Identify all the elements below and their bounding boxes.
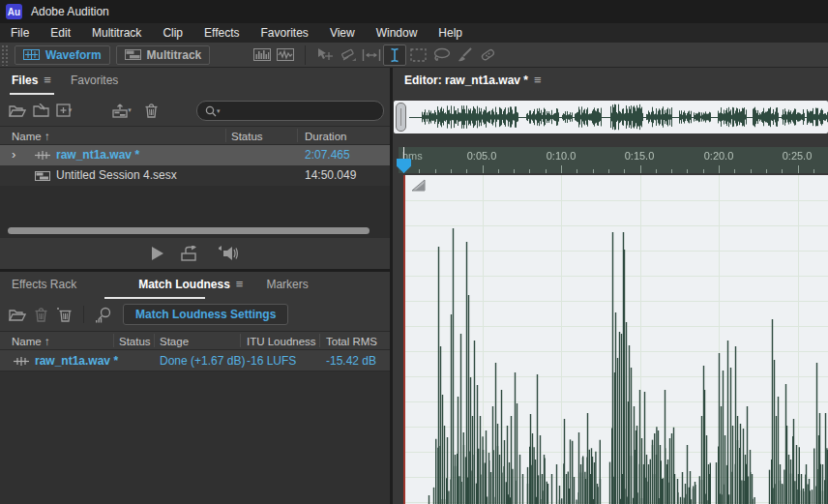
expand-chevron-icon[interactable]: ›: [12, 145, 15, 164]
paintbrush-selection-tool-button[interactable]: [453, 44, 476, 66]
editor-panel-menu-icon[interactable]: ≡: [528, 73, 547, 95]
loudness-col-rms[interactable]: Total RMS: [326, 332, 377, 351]
sort-ascending-icon: ↑: [44, 131, 50, 142]
tab-editor[interactable]: Editor: raw_nt1a.wav *: [404, 74, 528, 95]
waveform-file-icon: [14, 357, 29, 366]
loudness-table-header: Name ↑ Status Stage ITU Loudness Total R…: [0, 331, 390, 350]
multitrack-view-icon: [125, 49, 141, 60]
loudness-row-raw-nt1a[interactable]: raw_nt1a.wav * Done (+1.67 dB) -16 LUFS …: [0, 350, 390, 371]
spot-healing-brush-tool-button[interactable]: [476, 44, 499, 66]
loudness-remove-button[interactable]: [29, 304, 52, 325]
razor-tool-button[interactable]: [337, 44, 360, 66]
menu-item-multitrack[interactable]: Multitrack: [81, 23, 152, 43]
marquee-selection-tool-button[interactable]: [406, 44, 429, 66]
title-bar: Au Adobe Audition: [0, 0, 828, 23]
spectral-display-button[interactable]: [251, 44, 274, 66]
menu-item-help[interactable]: Help: [428, 23, 473, 43]
files-hscrollbar-thumb[interactable]: [8, 227, 370, 234]
timeline-ruler[interactable]: hms 0:05.0 0:10.0 0:15.0 0:20.0 0:25.0: [399, 147, 828, 173]
waveform-overview-strip[interactable]: [394, 101, 828, 133]
menu-item-clip[interactable]: Clip: [152, 23, 193, 43]
multitrack-view-label: Multitrack: [147, 48, 202, 62]
loop-playback-button[interactable]: [181, 246, 200, 261]
files-col-name[interactable]: Name ↑: [12, 127, 50, 146]
import-file-button[interactable]: [29, 100, 52, 121]
auto-play-button[interactable]: [218, 246, 239, 261]
waveform-display-button[interactable]: [274, 44, 297, 66]
time-selection-tool-button[interactable]: [383, 44, 406, 66]
files-table-header: Name ↑ Status Duration: [0, 126, 390, 145]
tab-effects-rack[interactable]: Effects Rack: [12, 278, 76, 299]
trash-dim-icon: [35, 308, 47, 322]
loudness-rms-value: -15.42 dB: [326, 350, 376, 371]
playhead-line-ruler: [403, 147, 404, 160]
waveform-view-label: Waveform: [45, 48, 102, 62]
hud-corner-icon[interactable]: [411, 179, 426, 192]
menu-item-edit[interactable]: Edit: [40, 23, 81, 43]
menu-item-window[interactable]: Window: [366, 23, 429, 43]
file-name: Untitled Session 4.sesx: [56, 165, 177, 185]
slip-tool-icon: [362, 48, 381, 62]
loudness-list: raw_nt1a.wav * Done (+1.67 dB) -16 LUFS …: [0, 350, 390, 504]
play-button[interactable]: [152, 247, 163, 260]
new-content-button[interactable]: ▾: [52, 100, 75, 121]
file-row-raw-nt1a[interactable]: › raw_nt1a.wav * 2:07.465: [0, 145, 390, 165]
tab-markers[interactable]: Markers: [266, 278, 308, 299]
search-icon: [205, 105, 217, 117]
waveform-view-icon: [23, 49, 40, 60]
match-loudness-tab-underline: [104, 297, 205, 299]
match-loudness-menu-icon[interactable]: ≡: [230, 277, 250, 299]
loudness-itu-value: -16 LUFS: [247, 350, 296, 371]
open-folder-icon: [9, 104, 26, 117]
import-folder-icon: [32, 104, 50, 117]
loudness-add-files-button[interactable]: [6, 304, 29, 325]
file-row-untitled-session[interactable]: Untitled Session 4.sesx 14:50.049: [0, 165, 390, 186]
menu-item-view[interactable]: View: [319, 23, 366, 43]
new-item-caret-icon: ▾: [69, 106, 73, 114]
insert-multitrack-caret-icon: ▾: [128, 106, 132, 114]
files-panel: Files ≡ Favorites ▾ ▾: [0, 68, 390, 269]
match-loudness-settings-button[interactable]: Match Loudness Settings: [123, 304, 288, 325]
waveform-view-button[interactable]: Waveform: [15, 45, 110, 65]
tab-favorites[interactable]: Favorites: [71, 74, 118, 95]
lasso-selection-tool-button[interactable]: [429, 44, 453, 66]
scan-loudness-button[interactable]: [92, 304, 115, 325]
files-col-status[interactable]: Status: [231, 127, 263, 146]
sort-ascending-icon: ↑: [44, 336, 50, 347]
delete-file-button[interactable]: [139, 100, 163, 121]
main-toolbar: Waveform Multitrack: [0, 43, 828, 68]
loudness-col-status[interactable]: Status: [119, 332, 151, 351]
lasso-selection-tool-icon: [432, 47, 451, 62]
waveform-display[interactable]: [403, 175, 828, 504]
toolbar-grip[interactable]: [1, 44, 9, 66]
menu-item-effects[interactable]: Effects: [193, 23, 250, 43]
adobe-audition-window: Au Adobe Audition File Edit Multitrack C…: [0, 0, 828, 504]
files-transport: [0, 238, 390, 269]
loudness-col-stage[interactable]: Stage: [160, 332, 189, 351]
open-file-button[interactable]: [6, 100, 29, 121]
slip-tool-button[interactable]: [360, 44, 383, 66]
loudness-col-itu[interactable]: ITU Loudness: [247, 332, 316, 351]
loudness-clear-all-button[interactable]: [52, 304, 75, 325]
files-hscrollbar[interactable]: [0, 224, 390, 238]
waveform-file-icon: [35, 151, 50, 160]
tab-files[interactable]: Files: [12, 74, 38, 95]
files-col-duration[interactable]: Duration: [305, 127, 346, 146]
tab-match-loudness[interactable]: Match Loudness: [138, 278, 230, 299]
files-panel-menu-icon[interactable]: ≡: [38, 73, 57, 95]
move-tool-button[interactable]: [313, 44, 337, 66]
menu-item-favorites[interactable]: Favorites: [251, 23, 319, 43]
files-search-input[interactable]: ▾: [196, 101, 384, 121]
window-title: Adobe Audition: [31, 5, 109, 18]
file-name: raw_nt1a.wav *: [56, 145, 139, 164]
playhead-line[interactable]: [403, 175, 405, 504]
insert-into-multitrack-button[interactable]: ▾: [110, 100, 133, 121]
overview-range-handle[interactable]: [396, 103, 406, 132]
match-loudness-panel: Effects Rack Match Loudness ≡ Markers Ma…: [0, 272, 390, 504]
trash-icon: [145, 104, 158, 118]
loudness-col-name[interactable]: Name ↑: [12, 332, 50, 351]
files-tab-underline: [10, 93, 54, 95]
menu-item-file[interactable]: File: [0, 23, 40, 43]
loudness-stage-value: Done (+1.67 dB): [160, 350, 245, 371]
multitrack-view-button[interactable]: Multitrack: [116, 45, 211, 65]
